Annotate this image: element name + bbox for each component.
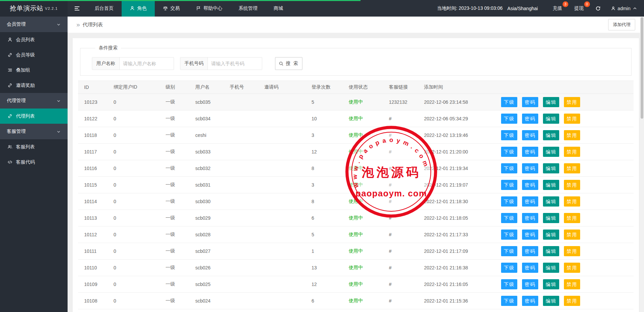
sidebar-item-invite-reward[interactable]: 邀请奖励 — [0, 78, 68, 93]
edit-button[interactable]: 编辑 — [543, 296, 559, 306]
cell-level: 一级 — [162, 111, 192, 127]
subordinate-button[interactable]: 下级 — [501, 296, 517, 306]
disable-button[interactable]: 禁用 — [564, 147, 580, 157]
recharge-button[interactable]: 充值 3 — [547, 0, 568, 17]
subordinate-button[interactable]: 下级 — [501, 213, 517, 223]
scales-icon — [163, 6, 168, 11]
subordinate-button[interactable]: 下级 — [501, 130, 517, 140]
password-button[interactable]: 密码 — [522, 263, 538, 273]
sidebar-group-service[interactable]: 客服管理 — [0, 124, 68, 139]
edit-button[interactable]: 编辑 — [543, 279, 559, 289]
edit-button[interactable]: 编辑 — [543, 97, 559, 107]
subordinate-button[interactable]: 下级 — [501, 246, 517, 256]
disable-button[interactable]: 禁用 — [564, 263, 580, 273]
edit-button[interactable]: 编辑 — [543, 196, 559, 207]
subordinate-button[interactable]: 下级 — [501, 147, 517, 157]
subordinate-button[interactable]: 下级 — [501, 97, 517, 107]
disable-button[interactable]: 禁用 — [564, 230, 580, 240]
disable-button[interactable]: 禁用 — [564, 97, 580, 107]
disable-button[interactable]: 禁用 — [564, 114, 580, 124]
sidebar-group-agents[interactable]: 代理管理 — [0, 93, 68, 109]
sidebar: 会员管理 会员列表 会员等级 叠加组 邀请奖励 代理管理 代理列表 客服管理 客… — [0, 17, 68, 312]
password-button[interactable]: 密码 — [522, 114, 538, 124]
password-button[interactable]: 密码 — [522, 196, 538, 207]
sidebar-item-service-list[interactable]: 客服列表 — [0, 139, 68, 154]
edit-button[interactable]: 编辑 — [543, 230, 559, 240]
username-input[interactable] — [120, 57, 174, 70]
collapse-sidebar-button[interactable] — [68, 0, 86, 17]
refresh-button[interactable] — [590, 0, 606, 17]
sidebar-group-members[interactable]: 会员管理 — [0, 17, 68, 32]
password-button[interactable]: 密码 — [522, 97, 538, 107]
subordinate-button[interactable]: 下级 — [501, 114, 517, 124]
disable-button[interactable]: 禁用 — [564, 296, 580, 306]
sidebar-item-stack-group[interactable]: 叠加组 — [0, 63, 68, 78]
tab-mall[interactable]: 商城 — [266, 0, 291, 17]
cell-username: scb025 — [192, 276, 226, 293]
sidebar-item-agent-list[interactable]: 代理列表 — [0, 109, 68, 124]
tab-trade[interactable]: 交易 — [155, 0, 188, 17]
person-icon — [7, 37, 13, 42]
withdraw-button[interactable]: 提现 0 — [568, 0, 590, 17]
tab-label: 角色 — [137, 5, 147, 11]
password-button[interactable]: 密码 — [522, 296, 538, 306]
disable-button[interactable]: 禁用 — [564, 279, 580, 289]
status-text: 使用中 — [349, 215, 363, 220]
edit-button[interactable]: 编辑 — [543, 263, 559, 273]
sidebar-item-member-list[interactable]: 会员列表 — [0, 32, 68, 47]
cell-login-count: 13 — [308, 260, 345, 276]
disable-button[interactable]: 禁用 — [564, 180, 580, 190]
password-button[interactable]: 密码 — [522, 180, 538, 190]
sidebar-item-service-code[interactable]: 客服代码 — [0, 154, 68, 170]
password-button[interactable]: 密码 — [522, 230, 538, 240]
edit-button[interactable]: 编辑 — [543, 163, 559, 173]
disable-button[interactable]: 禁用 — [564, 246, 580, 256]
col-level: 级别 — [162, 81, 192, 94]
cell-actions: 下级密码编辑禁用 — [498, 111, 634, 127]
cell-service-link: # — [386, 111, 421, 127]
subordinate-button[interactable]: 下级 — [501, 196, 517, 207]
edit-button[interactable]: 编辑 — [543, 130, 559, 140]
password-button[interactable]: 密码 — [522, 213, 538, 223]
tab-system[interactable]: 系统管理 — [230, 0, 266, 17]
password-button[interactable]: 密码 — [522, 147, 538, 157]
edit-button[interactable]: 编辑 — [543, 180, 559, 190]
search-row: 用户名称 手机号码 搜 索 — [92, 57, 626, 70]
subordinate-button[interactable]: 下级 — [501, 163, 517, 173]
cell-id: 10116 — [78, 160, 110, 177]
scrollbar-thumb[interactable] — [641, 17, 643, 119]
disable-button[interactable]: 禁用 — [564, 130, 580, 140]
user-menu[interactable]: admin — [606, 0, 644, 17]
local-time-text: 当地时间: 2023-10-13 09:03:06 — [437, 5, 503, 11]
password-button[interactable]: 密码 — [522, 163, 538, 173]
edit-button[interactable]: 编辑 — [543, 213, 559, 223]
subordinate-button[interactable]: 下级 — [501, 180, 517, 190]
tab-label: 商城 — [274, 5, 283, 11]
sidebar-item-member-level[interactable]: 会员等级 — [0, 47, 68, 63]
tab-roles[interactable]: 角色 — [122, 0, 155, 17]
cell-created-at: 2022-12-01 21:19:34 — [421, 160, 498, 177]
tab-help-center[interactable]: 帮助中心 — [188, 0, 230, 17]
disable-button[interactable]: 禁用 — [564, 196, 580, 207]
edit-button[interactable]: 编辑 — [543, 147, 559, 157]
sidebar-item-label: 邀请奖励 — [16, 82, 35, 89]
add-agent-button[interactable]: 添加代理 — [608, 19, 635, 30]
recharge-label: 充值 — [553, 5, 562, 11]
tab-dashboard[interactable]: 后台首页 — [86, 0, 122, 17]
cell-phone — [226, 111, 261, 127]
subordinate-button[interactable]: 下级 — [501, 263, 517, 273]
cell-level: 一级 — [162, 210, 192, 226]
password-button[interactable]: 密码 — [522, 279, 538, 289]
vertical-scrollbar[interactable] — [640, 17, 644, 312]
subordinate-button[interactable]: 下级 — [501, 279, 517, 289]
disable-button[interactable]: 禁用 — [564, 213, 580, 223]
subordinate-button[interactable]: 下级 — [501, 230, 517, 240]
search-button[interactable]: 搜 索 — [275, 57, 302, 70]
cell-created-at: 2022-12-01 21:19:07 — [421, 177, 498, 193]
edit-button[interactable]: 编辑 — [543, 246, 559, 256]
password-button[interactable]: 密码 — [522, 130, 538, 140]
edit-button[interactable]: 编辑 — [543, 114, 559, 124]
phone-input[interactable] — [208, 57, 262, 70]
password-button[interactable]: 密码 — [522, 246, 538, 256]
disable-button[interactable]: 禁用 — [564, 163, 580, 173]
